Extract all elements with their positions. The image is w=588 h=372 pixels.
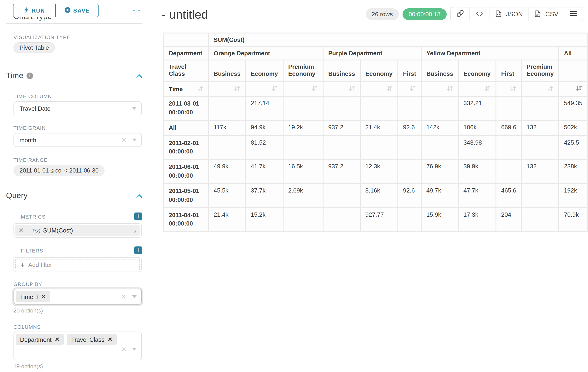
query-section-header: Query bbox=[6, 191, 142, 201]
menu-button[interactable] bbox=[564, 7, 583, 21]
group-header-cell: Orange Department bbox=[209, 47, 323, 60]
value-cell: 217.14 bbox=[246, 97, 283, 120]
sort-icon[interactable] bbox=[197, 85, 203, 93]
time-column-select[interactable]: Travel Date bbox=[13, 101, 142, 115]
subheader-cell: Economy bbox=[361, 60, 398, 81]
caret-down-icon bbox=[132, 138, 137, 141]
sort-icon[interactable] bbox=[510, 85, 516, 93]
value-cell: 17.3k bbox=[459, 208, 495, 231]
value-cell bbox=[361, 97, 398, 120]
value-cell: 106k bbox=[459, 121, 495, 135]
sort-icon[interactable] bbox=[272, 85, 278, 93]
value-cell: 937.2 bbox=[324, 121, 360, 135]
sort-icon[interactable] bbox=[447, 85, 453, 93]
columns-select[interactable]: Department ✕ Travel Class ✕ ✕ bbox=[13, 331, 142, 360]
chevron-right-icon[interactable]: › bbox=[130, 225, 140, 236]
time-grain-select[interactable]: month ✕ bbox=[13, 133, 142, 147]
subheader-cell: Economy bbox=[459, 60, 495, 81]
copy-link-button[interactable] bbox=[451, 7, 469, 21]
lightning-icon bbox=[24, 7, 29, 14]
chart-area: - untitled 26 rows 00:00:00.18 bbox=[149, 0, 588, 372]
sort-desc-icon[interactable] bbox=[576, 85, 582, 93]
chevron-up-icon[interactable] bbox=[136, 191, 142, 200]
value-cell: 132 bbox=[522, 160, 558, 183]
group-by-select[interactable]: Time i ✕ ✕ bbox=[13, 289, 142, 305]
export-json-button[interactable]: .JSON bbox=[489, 7, 528, 21]
clear-icon[interactable]: ✕ bbox=[121, 293, 126, 300]
sort-icon[interactable] bbox=[547, 85, 554, 93]
value-cell bbox=[284, 208, 323, 231]
query-section-title: Query bbox=[6, 191, 28, 201]
result-toolbar: 26 rows 00:00:00.18 .JSON bbox=[366, 7, 583, 21]
viz-type-pill[interactable]: Pivot Table bbox=[13, 42, 55, 53]
metric-chip[interactable]: ✕ ƒ(x) SUM(Cost) › bbox=[15, 225, 140, 236]
app-window: Chart Type RUN SAVE VISUALIZATION TYPE P… bbox=[0, 0, 588, 372]
row-dim-sort-cell[interactable]: Time bbox=[164, 82, 208, 96]
value-cell bbox=[398, 160, 421, 183]
group-by-chip[interactable]: Time i ✕ bbox=[16, 291, 50, 302]
sort-header-cell[interactable] bbox=[459, 82, 495, 96]
clear-icon[interactable]: ✕ bbox=[121, 136, 126, 144]
add-filter-button[interactable]: + bbox=[134, 246, 142, 254]
save-button[interactable]: SAVE bbox=[56, 4, 99, 17]
value-cell: 45.5k bbox=[209, 184, 245, 207]
value-cell: 94.9k bbox=[246, 121, 283, 135]
sort-header-cell[interactable] bbox=[496, 82, 521, 96]
sort-header-cell[interactable] bbox=[284, 82, 323, 96]
sort-header-cell[interactable] bbox=[559, 82, 587, 96]
chart-title: - untitled bbox=[162, 7, 208, 22]
time-range-pill[interactable]: 2011-01-01 ≤ col < 2011-06-30 bbox=[13, 165, 105, 176]
value-cell: 41.7k bbox=[246, 160, 283, 183]
columns-chip[interactable]: Travel Class ✕ bbox=[67, 334, 117, 345]
subheader-cell: Premium Economy bbox=[522, 60, 558, 81]
subheader-cell: First bbox=[398, 60, 421, 81]
sort-icon[interactable] bbox=[311, 85, 318, 93]
value-cell: 49.9k bbox=[209, 160, 245, 183]
sort-header-cell[interactable] bbox=[209, 82, 245, 96]
plus-circle-icon bbox=[64, 7, 70, 14]
sort-icon[interactable] bbox=[410, 85, 416, 93]
remove-chip-icon[interactable]: ✕ bbox=[41, 293, 46, 300]
clear-icon[interactable]: ✕ bbox=[121, 345, 126, 353]
sort-icon[interactable] bbox=[349, 85, 355, 93]
run-button-label: RUN bbox=[32, 7, 45, 14]
sort-header-cell[interactable] bbox=[324, 82, 360, 96]
view-query-button[interactable] bbox=[469, 7, 489, 21]
row-label-cell: All bbox=[164, 121, 208, 135]
sort-header-cell[interactable] bbox=[422, 82, 458, 96]
columns-chip[interactable]: Department ✕ bbox=[16, 334, 64, 345]
sort-icon[interactable] bbox=[234, 85, 241, 93]
time-section-title: Time bbox=[6, 71, 23, 80]
subheader-cell: Business bbox=[209, 60, 245, 81]
value-cell: 19.2k bbox=[284, 121, 323, 135]
value-cell: 669.6 bbox=[496, 121, 521, 135]
sort-icon[interactable] bbox=[386, 85, 393, 93]
value-cell: 47.7k bbox=[459, 184, 495, 207]
value-cell: 2.69k bbox=[284, 184, 323, 207]
file-code-icon bbox=[495, 10, 502, 19]
sort-header-cell[interactable] bbox=[522, 82, 558, 96]
remove-chip-icon[interactable]: ✕ bbox=[108, 336, 113, 343]
chevron-up-icon[interactable] bbox=[136, 72, 142, 80]
add-metric-button[interactable]: + bbox=[134, 213, 142, 220]
export-csv-button[interactable]: .CSV bbox=[528, 7, 564, 21]
subheader-cell bbox=[559, 60, 587, 81]
viz-type-label: VISUALIZATION TYPE bbox=[13, 34, 148, 40]
value-cell bbox=[496, 97, 521, 120]
sort-icon[interactable] bbox=[484, 85, 491, 93]
value-cell bbox=[522, 97, 558, 120]
time-section-header: Time i bbox=[6, 71, 142, 81]
run-button[interactable]: RUN bbox=[13, 4, 56, 17]
file-text-icon bbox=[534, 10, 541, 19]
action-buttons: RUN SAVE bbox=[13, 4, 99, 17]
sort-header-cell[interactable] bbox=[246, 82, 283, 96]
fx-icon: ƒ(x) bbox=[32, 228, 40, 233]
add-filter-dropzone[interactable]: + Add filter bbox=[15, 259, 140, 270]
time-column-value: Travel Date bbox=[20, 105, 132, 112]
remove-metric-icon[interactable]: ✕ bbox=[15, 225, 27, 236]
value-cell: 49.7k bbox=[422, 184, 458, 207]
sort-header-cell[interactable] bbox=[398, 82, 421, 96]
metrics-label: METRICS bbox=[21, 214, 46, 219]
remove-chip-icon[interactable]: ✕ bbox=[55, 336, 60, 343]
sort-header-cell[interactable] bbox=[361, 82, 398, 96]
